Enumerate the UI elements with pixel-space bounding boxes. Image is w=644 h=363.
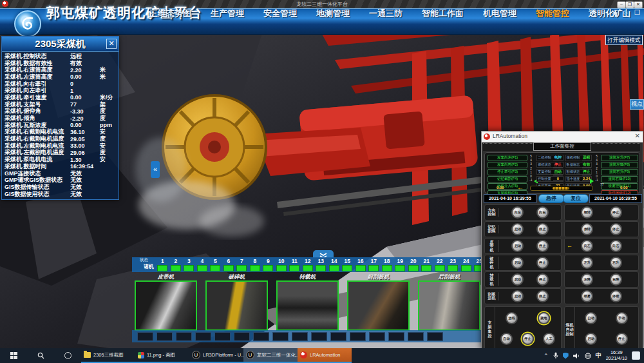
pager-slot[interactable]: [214, 332, 231, 341]
equipment-button[interactable]: 喷雾: [581, 290, 593, 302]
tray-chevron-up-icon[interactable]: ⌃: [544, 353, 549, 359]
taskbar-app[interactable]: ULR3DPlatform - U...: [189, 348, 243, 363]
microphone-icon[interactable]: [553, 352, 558, 359]
equipment-button[interactable]: 停止: [536, 240, 549, 252]
channel-indicator[interactable]: 16: [354, 257, 368, 271]
equipment-button[interactable]: 停止: [536, 223, 549, 235]
equipment-button[interactable]: 就地: [538, 312, 550, 324]
channel-indicator[interactable]: 17: [367, 257, 381, 271]
slider-handle[interactable]: [553, 187, 569, 190]
function-button[interactable]: 滚筒左升(F7): [601, 155, 638, 161]
camera-feed-image[interactable]: [205, 280, 268, 331]
viewpoint-tab[interactable]: 视点: [630, 99, 644, 110]
equipment-button[interactable]: 停止: [536, 273, 549, 286]
channel-indicator[interactable]: 21: [420, 257, 433, 271]
ime-indicator[interactable]: 中: [596, 351, 601, 360]
equipment-button[interactable]: 停止: [522, 333, 534, 345]
pager-slot[interactable]: [176, 332, 192, 341]
equipment-button[interactable]: 左降: [581, 273, 593, 286]
camera-feed-image[interactable]: [135, 280, 197, 331]
equipment-button[interactable]: 自动: [500, 333, 513, 345]
equipment-button[interactable]: 左升: [581, 257, 593, 269]
pager-slot[interactable]: [311, 332, 327, 341]
equipment-button[interactable]: 向左: [511, 206, 524, 219]
equipment-button[interactable]: 启动: [511, 240, 524, 252]
function-button[interactable]: 滚筒右升(F9): [601, 169, 638, 175]
taskbar-app[interactable]: 11.png - 画图: [135, 348, 189, 363]
equipment-button[interactable]: 右升: [610, 257, 622, 269]
nav-item[interactable]: 生产管理: [211, 8, 244, 19]
equipment-button[interactable]: 停止: [536, 257, 549, 269]
nav-item[interactable]: 安全管理: [263, 8, 297, 19]
workface-control-tab[interactable]: 工作面集控: [533, 142, 591, 151]
camera-feed-image[interactable]: [418, 280, 480, 331]
equipment-button[interactable]: 停止: [616, 333, 628, 345]
equipment-button[interactable]: 手动: [616, 312, 628, 324]
equipment-button[interactable]: 停喷: [610, 290, 622, 302]
equipment-button[interactable]: 启动: [511, 223, 524, 235]
camera-feed-image[interactable]: [347, 280, 410, 331]
channel-indicator[interactable]: 8: [249, 257, 262, 271]
cortana-button[interactable]: [54, 348, 81, 363]
speaker-icon[interactable]: [573, 353, 580, 359]
channel-indicator[interactable]: 11: [288, 257, 301, 271]
function-button[interactable]: 发车向右(F2): [488, 162, 527, 168]
tools-icon[interactable]: ✕: [610, 8, 618, 17]
equipment-button[interactable]: 启动: [511, 273, 524, 286]
function-button[interactable]: 滚筒左降(F8): [601, 162, 638, 168]
gear-icon[interactable]: ⚙: [621, 8, 630, 17]
pager-slot[interactable]: [350, 332, 366, 341]
pager-slot[interactable]: [388, 332, 404, 341]
channel-indicator[interactable]: 22: [433, 257, 447, 271]
pager-slot[interactable]: [137, 332, 153, 341]
camera-thumbnail[interactable]: 转载机: [276, 273, 339, 331]
channel-indicator[interactable]: 1: [156, 257, 169, 271]
pager-slot[interactable]: [292, 332, 308, 341]
pager-slot[interactable]: [156, 332, 173, 341]
camera-thumbnail[interactable]: 前刮板机: [347, 273, 410, 331]
panel-collapse-chevron[interactable]: «: [151, 161, 160, 178]
camera-thumbnail[interactable]: 后刮板机: [418, 273, 480, 331]
channel-indicator[interactable]: 18: [381, 257, 394, 271]
equipment-button[interactable]: 停止: [610, 206, 622, 219]
channel-indicator[interactable]: 14: [328, 257, 341, 271]
channel-indicator[interactable]: 5: [209, 257, 222, 271]
pager-slot[interactable]: [408, 332, 424, 341]
pager-slot[interactable]: [272, 332, 289, 341]
pager-slot[interactable]: [234, 332, 250, 341]
channel-indicator[interactable]: 12: [301, 257, 315, 271]
pager-slot[interactable]: [253, 332, 269, 341]
equipment-button[interactable]: 人工: [543, 333, 555, 345]
reset-button[interactable]: 复位: [563, 194, 589, 203]
taskbar-app[interactable]: LRAutomation: [298, 348, 352, 363]
channel-indicator[interactable]: 7: [235, 257, 249, 271]
channel-indicator[interactable]: 13: [314, 257, 328, 271]
channel-indicator[interactable]: 2: [169, 257, 183, 271]
equipment-button[interactable]: 倒转: [581, 223, 593, 235]
taskbar-app[interactable]: 2305三维截图: [81, 348, 135, 363]
equipment-button[interactable]: 停止: [610, 223, 622, 235]
equipment-button[interactable]: 启动: [511, 290, 524, 302]
channel-indicator[interactable]: 23: [446, 257, 460, 271]
nav-item[interactable]: 智能管控: [536, 8, 569, 19]
nav-item[interactable]: 一通三防: [369, 8, 402, 19]
channel-indicator[interactable]: 19: [393, 257, 407, 271]
network-globe-icon[interactable]: [585, 353, 591, 359]
equipment-button[interactable]: 启动: [585, 333, 597, 345]
nav-item[interactable]: 地测管理: [316, 8, 350, 19]
pager-slot[interactable]: [330, 332, 346, 341]
notification-center-icon[interactable]: [632, 351, 640, 360]
camera-thumbnail[interactable]: 破碎机: [205, 273, 268, 331]
channel-indicator[interactable]: 20: [407, 257, 421, 271]
pager-slot[interactable]: [369, 332, 385, 341]
estop-button[interactable]: 急停: [538, 194, 564, 203]
equipment-button[interactable]: 向右: [536, 206, 549, 219]
channel-indicator[interactable]: 24: [460, 257, 473, 271]
start-button[interactable]: [0, 348, 27, 363]
camera-thumbnail[interactable]: 皮带机: [135, 273, 197, 331]
clock[interactable]: 16:39 2021/4/10: [606, 350, 627, 361]
equipment-button[interactable]: 自动: [585, 312, 597, 324]
equipment-button[interactable]: 顺转: [581, 206, 593, 219]
function-button[interactable]: 停止牵引(F3): [488, 169, 527, 175]
equipment-button[interactable]: 远程: [506, 312, 518, 324]
